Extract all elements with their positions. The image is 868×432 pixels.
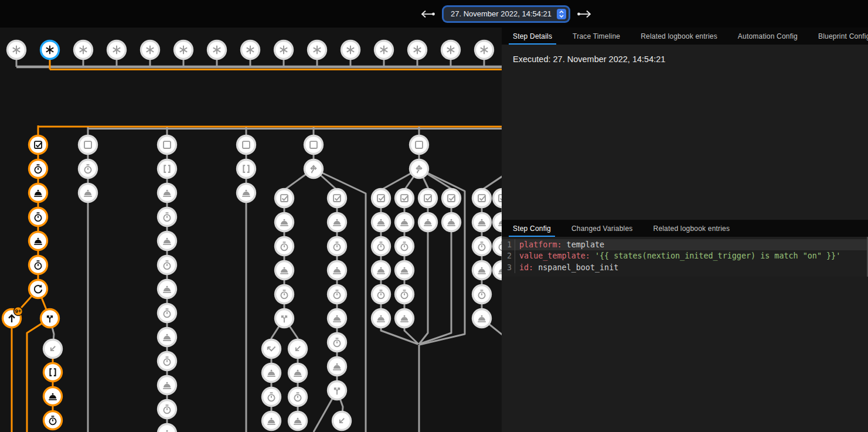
trace-node-timer[interactable] (44, 411, 62, 430)
trace-node-checkbox-blank[interactable] (305, 136, 323, 154)
trace-node-timer[interactable] (396, 237, 414, 256)
trace-node-asterisk[interactable] (241, 41, 260, 59)
trace-node-timer[interactable] (158, 256, 176, 274)
tab-trace-timeline[interactable]: Trace Timeline (573, 28, 620, 45)
run-select[interactable]: 27. November 2022, 14:54:21 (444, 7, 569, 21)
trace-node-service-bell[interactable] (289, 364, 307, 382)
trace-node-asterisk[interactable] (8, 41, 26, 59)
trace-node-timer[interactable] (158, 400, 176, 419)
trace-node-checkbox-marked[interactable] (473, 189, 491, 208)
next-run-icon[interactable] (576, 10, 593, 18)
trace-node-asterisk[interactable] (308, 41, 326, 59)
trace-node-service-bell[interactable] (419, 213, 437, 232)
trace-node-timer[interactable] (29, 208, 47, 226)
trace-node-timer[interactable] (473, 285, 491, 304)
trace-node-checkbox-blank[interactable] (237, 136, 256, 154)
trace-node-service-bell[interactable] (289, 412, 307, 430)
trace-node-service-bell[interactable] (328, 309, 346, 328)
trace-node-service-bell[interactable] (29, 184, 47, 202)
trace-node-timer[interactable] (158, 208, 176, 226)
trace-node-service-bell[interactable] (275, 213, 294, 232)
trace-node-service-bell[interactable] (79, 184, 97, 202)
trace-node-service-bell[interactable] (396, 261, 414, 280)
trace-node-asterisk[interactable] (108, 41, 126, 59)
trace-node-service-bell[interactable] (158, 280, 176, 298)
tab-related-logbook-entries[interactable]: Related logbook entries (641, 28, 717, 45)
trace-node-call-split[interactable] (328, 382, 346, 400)
trace-node-timer[interactable] (29, 160, 47, 178)
trace-node-asterisk[interactable] (208, 41, 226, 59)
trace-node-checkbox-marked[interactable] (396, 189, 414, 208)
trace-node-service-bell[interactable] (328, 261, 346, 280)
trace-node-checkbox-blank[interactable] (410, 136, 428, 154)
trace-node-asterisk[interactable] (41, 41, 59, 59)
trace-node-service-bell[interactable] (29, 232, 47, 250)
tab-automation-config[interactable]: Automation Config (738, 28, 798, 45)
trace-node-timer[interactable] (372, 237, 390, 256)
code-line-2[interactable]: 2value_template: '{{ states(nextion_init… (502, 250, 868, 261)
trace-node-refresh[interactable] (29, 280, 47, 298)
trace-node-timer[interactable] (158, 304, 176, 322)
tab-blueprint-config[interactable]: Blueprint Config (818, 28, 868, 45)
trace-node-service-bell[interactable] (158, 232, 176, 250)
trace-node-service-bell[interactable] (473, 261, 491, 280)
trace-node-arrow-up[interactable]: 9+ (3, 307, 23, 328)
previous-run-icon[interactable] (420, 10, 436, 18)
trace-node-service-bell[interactable] (158, 424, 176, 432)
trace-node-service-bell[interactable] (473, 309, 491, 328)
trace-node-service-bell[interactable] (493, 261, 502, 280)
trace-node-service-bell[interactable] (396, 213, 414, 232)
trace-node-checkbox-marked[interactable] (493, 189, 502, 208)
trace-node-call-received[interactable] (289, 340, 307, 358)
trace-node-timer[interactable] (328, 285, 346, 304)
trace-node-timer[interactable] (79, 160, 97, 178)
trace-node-service-bell[interactable] (158, 328, 176, 346)
trace-node-service-bell[interactable] (473, 213, 491, 232)
tab-changed-variables[interactable]: Changed Variables (571, 220, 633, 237)
trace-node-service-bell[interactable] (493, 213, 502, 232)
trace-node-timer[interactable] (158, 352, 176, 370)
trace-node-service-bell[interactable] (263, 364, 281, 382)
trace-node-call-received[interactable] (333, 412, 351, 430)
trace-node-asterisk[interactable] (442, 41, 460, 59)
code-line-3[interactable]: 3id: nspanel_boot_init (502, 262, 868, 273)
trace-node-service-bell[interactable] (372, 309, 390, 328)
trace-node-service-bell[interactable] (158, 184, 176, 202)
trace-node-asterisk[interactable] (375, 41, 393, 59)
trace-node-timer[interactable] (275, 285, 294, 304)
trace-node-timer[interactable] (473, 237, 491, 256)
trace-node-service-bell[interactable] (44, 387, 62, 406)
trace-node-checkbox-marked[interactable] (419, 189, 437, 208)
trace-node-call-split[interactable] (275, 309, 294, 328)
trace-node-timer[interactable] (275, 237, 294, 256)
trace-node-checkbox-marked[interactable] (275, 189, 294, 208)
trace-node-timer[interactable] (396, 285, 414, 304)
trace-node-timer[interactable] (289, 388, 307, 406)
trace-node-checkbox-marked[interactable] (442, 189, 461, 208)
trace-node-service-bell[interactable] (328, 358, 346, 376)
trace-node-service-bell[interactable] (263, 412, 281, 430)
code-line-1[interactable]: 1platform: template (502, 239, 868, 250)
trace-node-service-bell[interactable] (396, 309, 414, 328)
trace-node-arrow-decision[interactable] (410, 160, 428, 178)
trace-node-asterisk[interactable] (275, 41, 293, 59)
trace-node-asterisk[interactable] (74, 41, 93, 59)
trace-node-service-bell[interactable] (328, 213, 346, 232)
trace-node-service-bell[interactable] (158, 376, 176, 394)
trace-node-timer[interactable] (493, 237, 502, 256)
trace-node-timer[interactable] (29, 256, 47, 274)
tab-step-details[interactable]: Step Details (513, 28, 552, 45)
trace-node-brackets[interactable] (237, 160, 256, 178)
trace-node-service-bell[interactable] (275, 261, 294, 280)
trace-node-checkbox-marked[interactable] (372, 189, 390, 208)
trace-node-call-received[interactable] (44, 340, 62, 358)
trace-node-asterisk[interactable] (342, 41, 360, 59)
trace-node-asterisk[interactable] (409, 41, 427, 59)
tab-related-logbook-entries[interactable]: Related logbook entries (653, 220, 730, 237)
trace-node-timer[interactable] (328, 237, 346, 256)
trace-node-asterisk[interactable] (175, 41, 193, 59)
trace-node-arrow-decision[interactable] (305, 160, 323, 178)
trace-node-asterisk[interactable] (475, 41, 493, 59)
trace-node-timer[interactable] (328, 334, 346, 352)
tab-step-config[interactable]: Step Config (513, 220, 551, 237)
